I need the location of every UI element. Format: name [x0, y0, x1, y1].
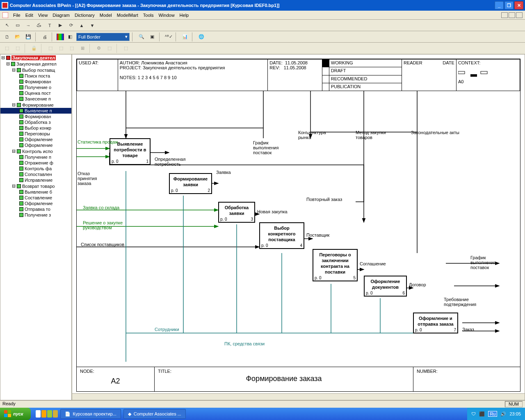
tree-item[interactable]: Сопоставлен	[0, 171, 71, 177]
tree-item[interactable]: Получение з	[0, 212, 71, 218]
ql-icon[interactable]	[53, 410, 58, 418]
diagram-canvas[interactable]: USED AT: AUTHOR: Ложникова Анастасия PRO…	[72, 54, 525, 400]
tree-item[interactable]: ⊟Контроль испо	[0, 148, 71, 154]
menu-dictionary[interactable]: Dictionary	[75, 13, 95, 18]
tree-root[interactable]: ⊟Закупочная деятел	[0, 55, 71, 61]
model-tree[interactable]: ⊟Закупочная деятел ⊟Закупочная деятел ⊟В…	[0, 54, 72, 400]
tree-item[interactable]: Поиск поста	[0, 73, 71, 79]
tree-item[interactable]: Оформление	[0, 142, 71, 148]
activity-icon	[19, 120, 23, 124]
text-tool-icon[interactable]: T	[45, 21, 54, 30]
modelmart-icon[interactable]: 🌐	[197, 32, 206, 41]
color-icon[interactable]	[57, 34, 64, 40]
idef0-diagram[interactable]: Выявление потребности в товареp. 01 Форм…	[77, 91, 520, 367]
swatch-icon[interactable]: ◧	[66, 32, 75, 41]
tree-item[interactable]: Обработка з	[0, 119, 71, 125]
menu-file[interactable]: File	[13, 13, 21, 18]
arrow-label: Метод закупки товаров	[356, 130, 388, 140]
tree-item[interactable]: Переговоры	[0, 131, 71, 137]
tree-item[interactable]: Формирован	[0, 114, 71, 119]
tree-item[interactable]: Занесение п	[0, 96, 71, 102]
tree-item[interactable]: Оценка пост	[0, 90, 71, 96]
btn-d6: ⬚	[67, 44, 76, 53]
taskbar-item[interactable]: ◆Computer Associates ...	[123, 409, 186, 419]
used-at: USED AT:	[77, 59, 118, 91]
lang-indicator[interactable]: Ru	[488, 411, 497, 417]
ql-icon[interactable]	[41, 410, 46, 418]
menu-view[interactable]: View	[38, 13, 48, 18]
activity-box-2[interactable]: Формирование заявкиp. 02	[169, 173, 212, 194]
tree-item[interactable]: Оформление	[0, 201, 71, 206]
squiggle-tool-icon[interactable]: ڪ	[34, 21, 43, 30]
menu-edit[interactable]: Edit	[25, 13, 33, 18]
tree-item-selected[interactable]: Выявление п	[0, 108, 71, 114]
activity-box-5[interactable]: Переговоры о заключении контракта на пос…	[313, 249, 358, 281]
menu-diagram[interactable]: Diagram	[52, 13, 70, 18]
tree-item[interactable]: Выбор конкр	[0, 125, 71, 131]
menu-tools[interactable]: Tools	[143, 13, 154, 18]
zoom-in-icon[interactable]: 🔍	[137, 32, 146, 41]
tray-icon[interactable]: 🛡	[471, 411, 476, 416]
tray-icon[interactable]: 🔊	[500, 411, 506, 417]
minimize-button[interactable]: _	[495, 1, 504, 9]
refresh-icon[interactable]: ⟳	[66, 21, 75, 30]
tree-item[interactable]: Контроль фа	[0, 166, 71, 171]
horizontal-scrollbar[interactable]	[72, 393, 525, 400]
arrow-label: Определенная потребность	[155, 157, 192, 167]
new-icon[interactable]: 🗋	[2, 32, 11, 41]
arrow-label: Заявка со склада	[83, 205, 119, 210]
menu-modelmart[interactable]: ModelMart	[117, 13, 138, 18]
pointer-tool-icon[interactable]: ↖	[2, 21, 11, 30]
down-icon[interactable]: ▼	[88, 21, 97, 30]
tree-item[interactable]: Составление	[0, 195, 71, 201]
activity-box-3[interactable]: Обработка заявкиp. 03	[218, 202, 255, 223]
maximize-button[interactable]: ❐	[504, 1, 514, 9]
taskbar-item[interactable]: 📄Курсовая проектир...	[60, 409, 121, 419]
play-icon[interactable]: ▶	[56, 21, 65, 30]
border-dropdown[interactable]: Full Border▾	[76, 33, 130, 41]
activity-box-7[interactable]: Оформление и отправка заказаp. 07	[413, 313, 458, 333]
arrow-tool-icon[interactable]: →	[24, 21, 33, 30]
clock[interactable]: 23:05	[509, 411, 521, 416]
close-button[interactable]: ✕	[514, 1, 523, 9]
spellcheck-icon[interactable]: ᴬᴮ✓	[164, 32, 173, 41]
start-button[interactable]: пуск	[0, 408, 31, 420]
tree-item[interactable]: Отражение ф	[0, 160, 71, 166]
activity-box-4[interactable]: Выбор конкретного поставщикаp. 04	[259, 222, 304, 249]
tray-icon[interactable]: ⬛	[479, 411, 485, 417]
tree-item[interactable]: ⊟Выбор поставщ	[0, 67, 71, 73]
system-tray[interactable]: 🛡 ⬛ Ru 🔊 23:05	[467, 408, 525, 420]
tree-item[interactable]: ⊟Возврат товаро	[0, 183, 71, 189]
tree-item[interactable]: ⊟Закупочная деятел	[0, 61, 71, 67]
toolbar-drawing: ↖ ▭ → ڪ T ▶ ⟳ ▲ ▼	[0, 20, 525, 31]
ql-icon[interactable]	[36, 410, 41, 418]
arrow-label: Законодательные акты	[411, 130, 460, 135]
arrow-label: Сотрудники	[155, 327, 179, 332]
up-icon[interactable]: ▲	[77, 21, 86, 30]
tree-item[interactable]: Получение п	[0, 154, 71, 160]
tree-item[interactable]: Отправка то	[0, 206, 71, 212]
activity-icon	[17, 103, 21, 107]
report-icon[interactable]: 📊	[180, 32, 189, 41]
menu-model[interactable]: Model	[100, 13, 112, 18]
save-icon[interactable]: 💾	[24, 32, 33, 41]
arrow-label: Поставщик	[306, 233, 329, 237]
ql-icon[interactable]	[47, 410, 52, 418]
mdi-close[interactable]	[516, 12, 523, 18]
mdi-minimize[interactable]	[501, 12, 508, 18]
tree-item[interactable]: Оформление	[0, 137, 71, 142]
menu-help[interactable]: Help	[180, 13, 189, 18]
tree-item[interactable]: Формирован	[0, 79, 71, 84]
print-icon[interactable]: 🖨	[40, 32, 49, 41]
tree-item[interactable]: Исправление	[0, 177, 71, 183]
tree-item[interactable]: Получение о	[0, 84, 71, 90]
activity-icon	[19, 85, 23, 89]
open-icon[interactable]: 📂	[13, 32, 22, 41]
zoom-fit-icon[interactable]: ▣	[148, 32, 157, 41]
menu-window[interactable]: Window	[158, 13, 174, 18]
activity-box-6[interactable]: Оформление документовp. 06	[364, 276, 407, 297]
tree-item[interactable]: ⊟Формирование	[0, 102, 71, 108]
box-tool-icon[interactable]: ▭	[13, 21, 22, 30]
tree-item[interactable]: Выявление б	[0, 189, 71, 195]
mdi-restore[interactable]	[509, 12, 515, 18]
